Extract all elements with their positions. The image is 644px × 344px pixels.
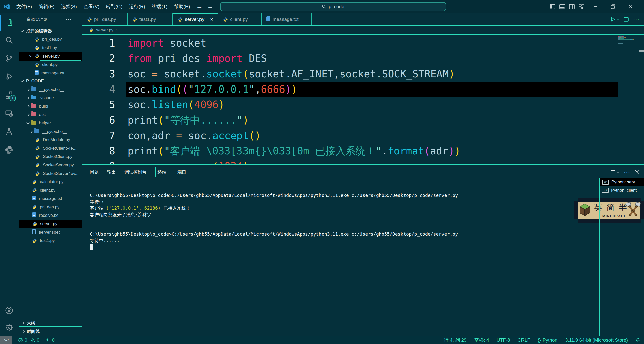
remote-indicator[interactable]: >< [0,336,12,344]
python-icon[interactable] [5,145,14,154]
command-center-search[interactable]: p_code [220,2,446,11]
tree-item[interactable]: SocketServer.py [19,161,82,169]
tab-test1.py[interactable]: test1.py [128,13,173,25]
panel-tab-输出[interactable]: 输出 [107,169,116,175]
eol-sequence[interactable]: CRLF [518,337,530,343]
source-control-icon[interactable] [5,54,13,63]
tree-item[interactable]: receive.txt [19,211,82,220]
terminal-line: 客户端向您发来了消息:浣犲ソ [90,211,151,218]
open-editor-item[interactable]: pri_des.py [19,35,82,44]
nav-back-icon[interactable]: ← [196,3,203,10]
indentation[interactable]: 空格: 4 [474,337,489,343]
tree-item[interactable]: __pycache__ [19,85,82,94]
python-interpreter[interactable]: 3.11.9 64-bit (Microsoft Store) [565,337,628,343]
close-panel-icon[interactable] [635,170,639,175]
toggle-sidebar-icon[interactable] [547,0,557,13]
timeline-section[interactable]: 时间线 [19,326,82,336]
tab-message.txt[interactable]: message.txt [262,13,312,25]
nav-forward-icon[interactable]: → [207,3,213,10]
close-window-icon[interactable] [626,0,636,13]
menu-item[interactable]: 转到(G) [103,3,126,10]
ime-simplified-indicator[interactable]: 简 [606,202,615,213]
toggle-panel-icon[interactable] [557,0,567,13]
menu-item[interactable]: 编辑(E) [35,3,58,10]
outline-section[interactable]: 大纲 [19,319,82,326]
folder-py-icon [34,129,39,134]
tree-item[interactable]: SocketServer4ev... [19,169,82,178]
tree-item[interactable]: pri_des.py [19,203,82,211]
open-editor-item[interactable]: test1.py [19,44,82,52]
menu-item[interactable]: 帮助(H) [171,3,193,10]
tree-item[interactable]: client.py [19,186,82,195]
menu-item[interactable]: 终端(T) [148,3,171,10]
tree-item[interactable]: .vscode [19,94,82,102]
settings-gear-icon[interactable] [5,323,13,332]
explorer-icon[interactable] [5,18,13,26]
restore-icon[interactable] [608,0,618,13]
tree-item[interactable]: dist [19,110,82,119]
run-debug-icon[interactable] [5,72,13,81]
sidebar-more-actions-icon[interactable]: ··· [66,16,72,22]
tree-item[interactable]: server.py [19,220,82,228]
open-editor-item[interactable]: ×server.py [19,52,82,61]
open-editors-section[interactable]: 打开的编辑器 [19,27,82,35]
minimize-icon[interactable] [590,0,600,13]
remote-explorer-icon[interactable] [5,109,14,118]
notifications-bell-icon[interactable] [635,338,640,343]
problems-status[interactable]: 0 0 [18,337,39,343]
tab-client.py[interactable]: client.py [218,13,262,25]
minecraft-brand-label: MINECRAFT [602,214,626,218]
menu-item[interactable]: 运行(R) [126,3,148,10]
tab-bar: pri_des.pytest1.pyserver.py×client.pymes… [82,13,644,25]
ports-status[interactable]: 0 [45,337,55,343]
close-icon[interactable]: × [29,54,32,59]
tree-item[interactable]: SocketClient.py [19,152,82,161]
terminal-list-item[interactable]: C:\Python: serv... [600,178,644,186]
toggle-secondary-sidebar-icon[interactable] [567,0,577,13]
menu-item[interactable]: 文件(F) [13,3,35,10]
ime-lang-indicator[interactable]: 英 [594,202,602,213]
panel-more-actions-icon[interactable]: ··· [624,169,630,176]
close-tab-icon[interactable]: × [210,17,213,22]
folder-vscode-icon [31,95,36,101]
tree-item[interactable]: server.spec [19,228,82,237]
language-mode[interactable]: {}Python [538,337,557,343]
open-editor-item[interactable]: client.py [19,60,82,69]
panel-tab-端口[interactable]: 端口 [178,169,186,175]
tree-item[interactable]: helper [19,119,82,127]
split-editor-icon[interactable] [623,17,629,22]
search-icon[interactable] [5,36,13,45]
editor-scrollbar[interactable] [639,50,644,52]
tree-item[interactable]: __pycache__ [19,127,82,136]
more-actions-icon[interactable]: ··· [633,16,639,23]
encoding[interactable]: UTF-8 [497,337,510,343]
open-editor-item[interactable]: message.txt [19,69,82,77]
test-icon[interactable] [5,127,13,136]
tab-server.py[interactable]: server.py× [173,13,218,25]
breadcrumb[interactable]: server.py › ... [82,26,644,35]
python-file-icon [32,180,37,184]
tree-item[interactable]: test1.py [19,236,82,245]
menu-item[interactable]: 选择(S) [58,3,80,10]
tab-pri_des.py[interactable]: pri_des.py [82,13,128,25]
run-python-button[interactable] [610,17,619,22]
panel-tab-调试控制台[interactable]: 调试控制台 [125,169,147,175]
customize-layout-icon[interactable] [577,0,587,13]
tree-item[interactable]: calculator.py [19,178,82,186]
code-line-2: 2from pri_des import DES [82,51,644,66]
panel-tab-问题[interactable]: 问题 [90,169,99,175]
menu-item[interactable]: 查看(V) [80,3,103,10]
tree-item[interactable]: message.txt [19,194,82,203]
account-icon[interactable] [5,306,13,315]
ime-status-overlay[interactable]: 英 简 半 MINECRAFT [574,198,644,223]
code-editor[interactable]: 1import socket2from pri_des import DES3s… [82,35,644,164]
project-section[interactable]: P_CODE [19,77,82,85]
tree-item[interactable]: build [19,102,82,111]
cursor-position[interactable]: 行 4, 列 29 [444,337,467,343]
tree-item[interactable]: SocketClient-4e... [19,144,82,153]
panel-tab-终端[interactable]: 终端 [155,167,169,177]
split-terminal-button[interactable] [611,170,619,175]
terminal-list-item[interactable]: C:\Python: client [600,186,644,194]
tree-item[interactable]: DesModule.py [19,136,82,144]
code-line-9: 9msg = con.recv(1024) [82,159,644,164]
